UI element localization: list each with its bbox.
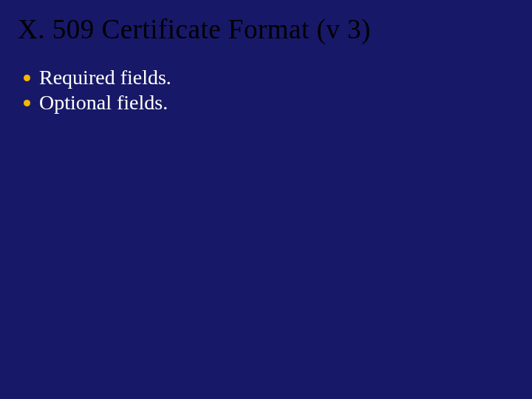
bullet-icon [24, 75, 30, 81]
bullet-icon [24, 100, 30, 106]
bullet-text: Optional fields. [39, 91, 168, 115]
list-item: Required fields. [24, 66, 514, 89]
slide-container: X. 509 Certificate Format (v 3) Required… [0, 0, 532, 399]
bullet-list: Required fields. Optional fields. [18, 66, 514, 115]
list-item: Optional fields. [24, 91, 514, 115]
slide-title: X. 509 Certificate Format (v 3) [18, 13, 514, 45]
bullet-text: Required fields. [39, 66, 171, 89]
